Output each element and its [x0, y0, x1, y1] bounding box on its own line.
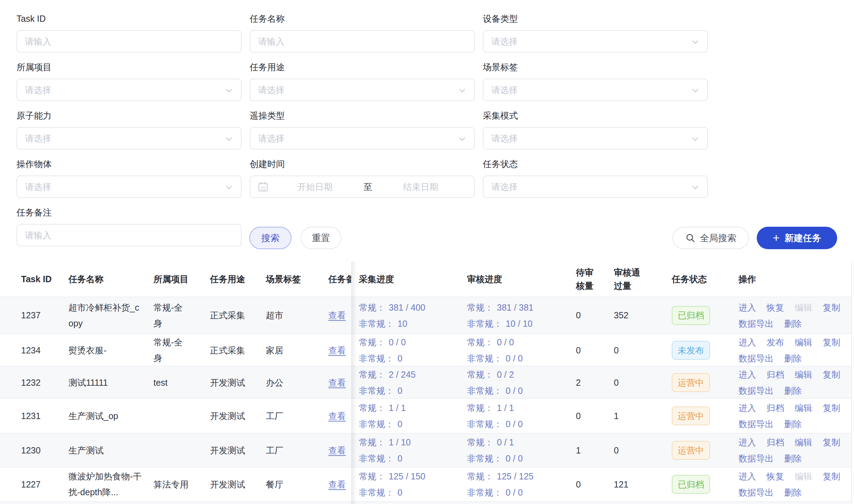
cell-collect-progress: 常规：1 / 10非常规：0	[351, 434, 467, 466]
table-row: 1234 熨烫衣服- 常规-全身 正式采集 家居 查看 常规：0 / 0非常规：…	[0, 333, 852, 366]
filter-field: 遥操类型 请选择	[250, 111, 475, 150]
action-link[interactable]: 删除	[784, 383, 802, 399]
action-link[interactable]: 删除	[784, 316, 802, 332]
table-row: 1231 生产测试_op 开发测试 工厂 查看 常规：1 / 1非常规：0 常规…	[0, 398, 852, 433]
action-link[interactable]: 数据导出	[738, 316, 774, 332]
cell-review-progress: 常规：125 / 125非常规：0 / 0	[467, 468, 576, 500]
view-remark-link[interactable]: 查看	[328, 345, 346, 355]
action-link[interactable]: 删除	[784, 484, 802, 500]
action-link[interactable]: 进入	[738, 400, 756, 416]
filter-select[interactable]: 请选择	[483, 175, 708, 198]
action-link[interactable]: 发布	[767, 334, 784, 350]
view-remark-link[interactable]: 查看	[328, 411, 346, 421]
filter-text-input[interactable]	[17, 224, 242, 246]
action-link[interactable]: 恢复	[767, 468, 784, 484]
start-date-input[interactable]	[269, 181, 361, 192]
calendar-icon	[257, 181, 269, 192]
action-link[interactable]: 复制	[823, 400, 840, 416]
cell-status: 已归档	[672, 475, 738, 494]
search-button[interactable]: 搜索	[249, 227, 291, 249]
action-link[interactable]: 删除	[784, 416, 802, 432]
filter-field: 所属项目 请选择	[17, 62, 242, 101]
cell-task-id: 1232	[21, 375, 68, 391]
filter-select[interactable]: 请选择	[17, 79, 242, 101]
action-link[interactable]: 复制	[823, 299, 840, 316]
action-link[interactable]: 编辑	[795, 434, 812, 450]
action-link[interactable]: 删除	[784, 350, 802, 366]
action-link[interactable]: 复制	[823, 334, 840, 350]
action-link[interactable]: 归档	[767, 400, 784, 416]
view-remark-link[interactable]: 查看	[328, 479, 346, 489]
cell-status: 已归档	[672, 306, 738, 325]
action-link[interactable]: 归档	[767, 434, 784, 450]
table-body: 1237 超市冷鲜柜补货_copy 常规-全身 正式采集 超市 查看 常规：38…	[0, 297, 852, 501]
cell-actions: 进入归档编辑复制数据导出删除	[738, 366, 852, 399]
filter-select[interactable]: 请选择	[483, 30, 708, 53]
action-link[interactable]: 编辑	[795, 366, 812, 383]
search-icon	[685, 233, 696, 243]
action-link[interactable]: 恢复	[767, 299, 784, 316]
action-link[interactable]: 进入	[738, 366, 756, 383]
filter-select[interactable]: 请选择	[17, 175, 242, 198]
cell-scene-tag: 餐厅	[266, 477, 328, 492]
cell-pending-count: 0	[576, 307, 614, 323]
cell-project: 常规-全身	[153, 334, 210, 366]
filter-select[interactable]: 请选择	[483, 127, 708, 150]
action-link[interactable]: 编辑	[795, 400, 812, 416]
cell-actions: 进入归档编辑复制数据导出删除	[738, 434, 852, 466]
filter-field: 操作物体 请选择	[17, 159, 242, 198]
cell-scene-tag: 超市	[266, 307, 328, 323]
reset-button[interactable]: 重置	[301, 227, 341, 249]
cell-purpose: 开发测试	[210, 375, 266, 391]
filter-select[interactable]: 请选择	[250, 79, 475, 101]
new-task-button[interactable]: + 新建任务	[757, 227, 837, 249]
table-row-partial	[0, 501, 852, 504]
global-search-button[interactable]: 全局搜索	[672, 227, 749, 249]
action-link[interactable]: 数据导出	[738, 383, 774, 399]
view-remark-link[interactable]: 查看	[328, 310, 346, 320]
action-link[interactable]: 数据导出	[738, 350, 774, 366]
cell-scene-tag: 工厂	[266, 408, 328, 424]
filter-label: 操作物体	[17, 159, 242, 169]
filter-select[interactable]: 请选择	[17, 127, 242, 150]
action-link[interactable]: 数据导出	[738, 484, 774, 500]
action-link[interactable]: 数据导出	[738, 416, 774, 432]
action-link[interactable]: 复制	[823, 366, 840, 383]
view-remark-link[interactable]: 查看	[328, 378, 346, 387]
cell-task-id: 1234	[21, 343, 68, 358]
action-link[interactable]: 进入	[738, 299, 756, 316]
date-range-picker[interactable]: 至	[250, 175, 475, 198]
cell-task-id: 1231	[21, 408, 68, 424]
filter-select[interactable]: 请选择	[483, 79, 708, 101]
filter-text-input[interactable]	[17, 30, 242, 53]
action-link[interactable]: 进入	[738, 334, 756, 350]
action-link[interactable]: 进入	[738, 434, 756, 450]
action-link: 编辑	[795, 468, 812, 484]
filter-field: 场景标签 请选择	[483, 62, 708, 101]
action-link[interactable]: 删除	[784, 450, 802, 466]
cell-task-name: 测试11111	[68, 375, 153, 391]
cell-remark: 查看	[328, 477, 351, 492]
end-date-input[interactable]	[374, 181, 467, 192]
cell-collect-progress: 常规：2 / 245非常规：0	[351, 366, 467, 399]
action-link[interactable]: 复制	[823, 468, 840, 484]
filter-text-input[interactable]	[250, 30, 475, 53]
filter-select[interactable]: 请选择	[250, 127, 475, 150]
action-link[interactable]: 编辑	[795, 334, 812, 350]
select-placeholder: 请选择	[25, 181, 233, 193]
cell-task-name: 熨烫衣服-	[68, 343, 153, 358]
cell-remark: 查看	[328, 343, 351, 358]
cell-project: 常规-全身	[153, 300, 210, 331]
column-header: 所属项目	[153, 272, 210, 286]
action-link[interactable]: 复制	[823, 434, 840, 450]
cell-approved-count: 0	[614, 375, 672, 391]
cell-remark: 查看	[328, 307, 351, 323]
action-link[interactable]: 进入	[738, 468, 756, 484]
view-remark-link[interactable]: 查看	[328, 445, 346, 455]
chevron-down-icon	[690, 183, 700, 192]
chevron-down-icon	[690, 86, 700, 95]
task-management-page: Task ID 任务名称 设备类型 请选择 所属项目 请选择 任务用途 请选择 …	[0, 0, 854, 504]
action-link[interactable]: 归档	[767, 366, 784, 383]
cell-purpose: 开发测试	[210, 477, 266, 492]
action-link[interactable]: 数据导出	[738, 450, 774, 466]
